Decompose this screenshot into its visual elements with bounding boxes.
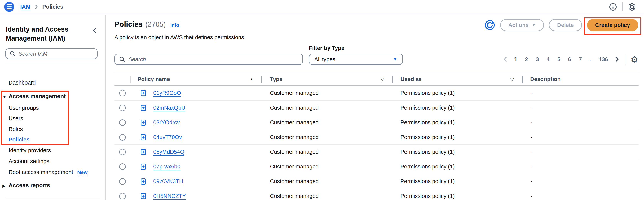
page-number-6[interactable]: 6: [565, 55, 574, 64]
column-header-description[interactable]: Description: [522, 73, 639, 85]
sidebar-item-roles[interactable]: Roles: [8, 125, 23, 133]
policy-used-as: Permissions policy (1): [392, 119, 522, 126]
caret-down-icon: ▼: [532, 23, 536, 27]
page-number-4[interactable]: 4: [544, 55, 553, 64]
sidebar: Identity and Access Management (IAM) Das…: [0, 15, 106, 200]
policy-expand-icon[interactable]: [140, 119, 147, 127]
table-row: 01yR9GoO Customer managed Permissions po…: [114, 86, 639, 101]
policy-expand-icon[interactable]: [140, 133, 147, 141]
policy-type: Customer managed: [261, 90, 392, 96]
sidebar-item-identity-providers[interactable]: Identity providers: [8, 147, 51, 154]
page-number-2[interactable]: 2: [522, 55, 531, 64]
row-select-radio[interactable]: [119, 90, 126, 96]
policy-used-as: Permissions policy (1): [392, 105, 522, 111]
policy-count: (2705): [145, 20, 166, 28]
page-number-7[interactable]: 7: [576, 55, 585, 64]
sidebar-divider: [5, 64, 100, 64]
policy-description: -: [522, 149, 639, 155]
table-search-input[interactable]: [128, 56, 299, 62]
sidebar-item-users[interactable]: Users: [8, 115, 23, 122]
policy-name-link[interactable]: 02mNaxQbU: [153, 105, 186, 111]
policy-expand-icon[interactable]: [140, 89, 147, 97]
pagination-ellipsis: ...: [586, 56, 594, 62]
new-badge[interactable]: New: [77, 169, 88, 176]
policy-expand-icon[interactable]: [140, 148, 147, 156]
row-select-radio[interactable]: [119, 149, 126, 155]
row-select-radio[interactable]: [119, 105, 126, 111]
policy-expand-icon[interactable]: [140, 178, 147, 186]
row-select-radio[interactable]: [119, 164, 126, 170]
page-title: Policies: [114, 20, 142, 28]
sidebar-item-root-access-management[interactable]: Root access managementNew: [8, 169, 88, 176]
policy-description: -: [522, 193, 639, 199]
policy-expand-icon[interactable]: [140, 104, 147, 112]
policy-used-as: Permissions policy (1): [392, 149, 522, 155]
main-content: Policies (2705) Info A policy is an obje…: [106, 15, 644, 200]
policy-expand-icon[interactable]: [140, 163, 147, 171]
type-filter-value: All types: [314, 56, 336, 62]
refresh-icon[interactable]: [484, 20, 495, 30]
policy-name-link[interactable]: 03rYOdrcv: [153, 119, 180, 126]
type-filter-dropdown[interactable]: All types ▼: [309, 54, 403, 65]
top-navigation-bar: IAM Policies: [0, 0, 644, 14]
previous-page-icon[interactable]: [501, 56, 510, 62]
sidebar-item-user-groups[interactable]: User groups: [8, 104, 39, 111]
page-number-5[interactable]: 5: [554, 55, 564, 64]
column-header-used-as[interactable]: Used as ▽: [392, 73, 522, 85]
page-number-last[interactable]: 136: [596, 55, 611, 64]
table-row: 03rYOdrcv Customer managed Permissions p…: [114, 115, 639, 130]
policy-description: -: [522, 164, 639, 170]
policy-used-as: Permissions policy (1): [392, 178, 522, 185]
policy-used-as: Permissions policy (1): [392, 164, 522, 170]
policy-description: -: [522, 119, 639, 126]
sidebar-item-access-reports[interactable]: ▶ Access reports: [8, 182, 50, 189]
actions-button[interactable]: Actions ▼: [500, 19, 544, 31]
breadcrumb-iam-link[interactable]: IAM: [20, 4, 30, 10]
topbar-divider: [622, 2, 622, 11]
policies-table: Policy name ▲ Type ▽ Used as ▽ Descripti…: [114, 73, 639, 200]
info-link[interactable]: Info: [170, 22, 179, 28]
policy-name-link[interactable]: 09z0VK3TH: [153, 178, 183, 185]
policy-type: Customer managed: [261, 164, 392, 170]
sidebar-item-access-management[interactable]: ▼ Access management: [8, 93, 66, 100]
row-select-radio[interactable]: [119, 134, 126, 141]
policy-name-link[interactable]: 07p-wx6b0: [153, 164, 180, 170]
row-select-radio[interactable]: [119, 193, 126, 200]
sidebar-item-account-settings[interactable]: Account settings: [8, 158, 49, 165]
policy-name-link[interactable]: 04uvT70Ov: [153, 134, 182, 140]
sidebar-collapse-icon[interactable]: [92, 26, 98, 34]
column-filter-icon[interactable]: ▽: [380, 76, 384, 82]
page-title-row: Policies (2705) Info: [114, 20, 179, 28]
search-icon: [119, 56, 125, 62]
row-select-radio[interactable]: [119, 119, 126, 126]
policy-expand-icon[interactable]: [140, 192, 147, 200]
create-policy-button[interactable]: Create policy: [587, 19, 638, 31]
sidebar-item-dashboard[interactable]: Dashboard: [8, 79, 36, 86]
settings-icon[interactable]: [628, 2, 636, 11]
breadcrumb-current: Policies: [42, 4, 63, 10]
table-header-row: Policy name ▲ Type ▽ Used as ▽ Descripti…: [114, 73, 639, 86]
column-header-type[interactable]: Type ▽: [261, 73, 392, 85]
policy-name-link[interactable]: 01yR9GoO: [153, 90, 181, 96]
sort-ascending-icon[interactable]: ▲: [250, 77, 254, 81]
search-icon: [9, 50, 16, 57]
sidebar-search-input[interactable]: [18, 51, 94, 57]
policy-type: Customer managed: [261, 178, 392, 185]
page-number-1[interactable]: 1: [511, 55, 520, 64]
hamburger-menu-icon[interactable]: [4, 2, 14, 12]
row-select-radio[interactable]: [119, 178, 126, 185]
delete-button[interactable]: Delete: [549, 19, 582, 31]
column-divider: [130, 76, 131, 83]
page-number-3[interactable]: 3: [533, 55, 542, 64]
policy-name-link[interactable]: 05yMdD54Q: [153, 149, 184, 155]
sidebar-item-policies[interactable]: Policies: [8, 136, 30, 143]
column-filter-icon[interactable]: ▽: [510, 76, 514, 82]
policy-used-as: Permissions policy (1): [392, 90, 522, 96]
table-row: 07p-wx6b0 Customer managed Permissions p…: [114, 160, 639, 174]
column-divider: [392, 76, 393, 83]
policy-name-link[interactable]: 0H5NNCZTY: [153, 193, 186, 199]
next-page-icon[interactable]: [612, 56, 621, 62]
column-header-policy-name[interactable]: Policy name ▲: [130, 73, 261, 85]
table-preferences-gear-icon[interactable]: ⚙: [630, 55, 638, 64]
info-icon[interactable]: [609, 3, 617, 11]
